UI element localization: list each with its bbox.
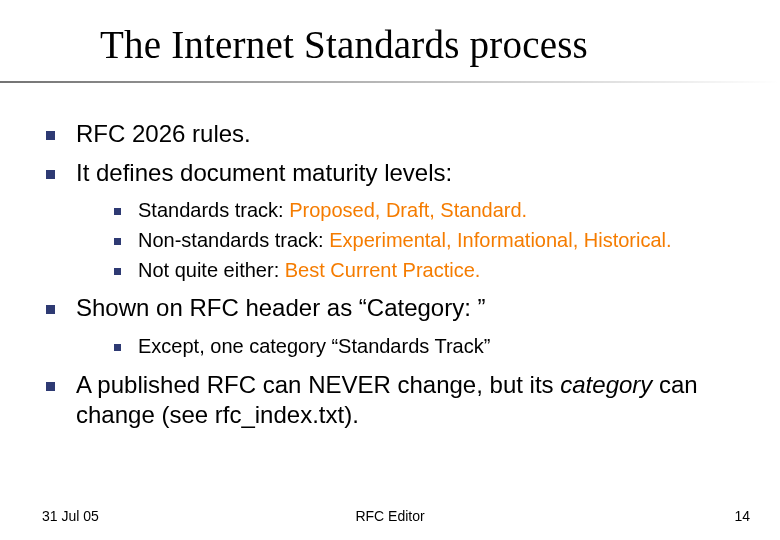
list-item: It defines document maturity levels: Sta… <box>40 158 740 284</box>
list-item: Except, one category “Standards Track” <box>76 334 740 360</box>
highlight-text: Experimental, Informational, Historical. <box>329 229 671 251</box>
list-item-text: Shown on RFC header as “Category: ” <box>76 294 486 321</box>
square-bullet-icon <box>114 268 121 275</box>
highlight-text: Best Current Practice. <box>285 259 481 281</box>
list-item-text: A published RFC can NEVER change, but it… <box>76 371 560 398</box>
slide: The Internet Standards process RFC 2026 … <box>0 0 780 540</box>
square-bullet-icon <box>46 305 55 314</box>
list-item-text: RFC 2026 rules. <box>76 120 251 147</box>
list-item: RFC 2026 rules. <box>40 119 740 150</box>
square-bullet-icon <box>46 170 55 179</box>
list-item: Shown on RFC header as “Category: ” Exce… <box>40 293 740 359</box>
title-divider <box>0 81 780 83</box>
list-item-text: Not quite either: <box>138 259 285 281</box>
square-bullet-icon <box>114 344 121 351</box>
list-item-text: It defines document maturity levels: <box>76 159 452 186</box>
footer-center: RFC Editor <box>0 508 780 524</box>
square-bullet-icon <box>114 238 121 245</box>
square-bullet-icon <box>114 208 121 215</box>
sub-list: Standards track: Proposed, Draft, Standa… <box>76 198 740 283</box>
highlight-text: Proposed, Draft, Standard. <box>289 199 527 221</box>
slide-content: RFC 2026 rules. It defines document matu… <box>40 119 740 431</box>
list-item: Not quite either: Best Current Practice. <box>76 258 740 284</box>
list-item-text: Non-standards track: <box>138 229 329 251</box>
bullet-list: RFC 2026 rules. It defines document matu… <box>40 119 740 431</box>
square-bullet-icon <box>46 131 55 140</box>
list-item-text: Except, one category “Standards Track” <box>138 335 490 357</box>
list-item: Standards track: Proposed, Draft, Standa… <box>76 198 740 224</box>
list-item: A published RFC can NEVER change, but it… <box>40 370 740 431</box>
square-bullet-icon <box>46 382 55 391</box>
list-item-text: Standards track: <box>138 199 289 221</box>
list-item: Non-standards track: Experimental, Infor… <box>76 228 740 254</box>
footer-page-number: 14 <box>734 508 750 524</box>
italic-text: category <box>560 371 652 398</box>
sub-list: Except, one category “Standards Track” <box>76 334 740 360</box>
slide-title: The Internet Standards process <box>100 22 740 67</box>
